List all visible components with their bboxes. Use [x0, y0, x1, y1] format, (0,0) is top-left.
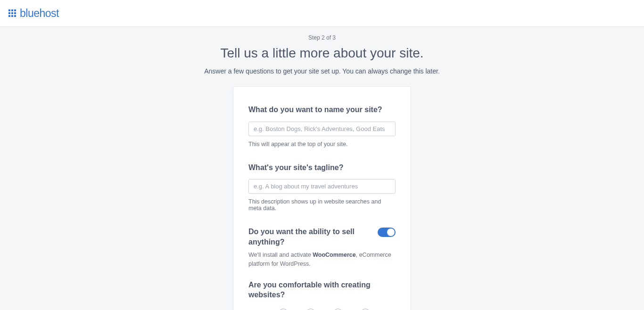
- site-name-input[interactable]: [248, 122, 396, 136]
- sell-helper-prefix: We'll install and activate: [248, 252, 313, 258]
- site-name-label: What do you want to name your site?: [248, 105, 396, 115]
- page-subtitle: Answer a few questions to get your site …: [0, 67, 644, 75]
- tagline-label: What's your site's tagline?: [248, 163, 396, 173]
- main-content: Step 2 of 3 Tell us a little more about …: [0, 27, 644, 310]
- page-title: Tell us a little more about your site.: [0, 46, 644, 61]
- setup-form-card: What do you want to name your site? This…: [233, 86, 411, 310]
- logo[interactable]: bluehost: [8, 7, 59, 20]
- brand-name: bluehost: [20, 7, 59, 20]
- sell-helper-strong: WooCommerce: [313, 252, 355, 258]
- tagline-input[interactable]: [248, 179, 396, 194]
- grid-icon: [8, 9, 16, 17]
- sell-toggle-row: Do you want the ability to sell anything…: [248, 227, 396, 251]
- sell-toggle[interactable]: [378, 228, 396, 237]
- comfort-label: Are you comfortable with creating websit…: [248, 280, 396, 300]
- app-header: bluehost: [0, 0, 644, 27]
- site-name-helper: This will appear at the top of your site…: [248, 141, 396, 147]
- step-indicator: Step 2 of 3: [0, 34, 644, 41]
- sell-helper: We'll install and activate WooCommerce, …: [248, 251, 396, 269]
- tagline-helper: This description shows up in website sea…: [248, 198, 396, 212]
- sell-label: Do you want the ability to sell anything…: [248, 227, 370, 247]
- toggle-knob: [387, 228, 395, 236]
